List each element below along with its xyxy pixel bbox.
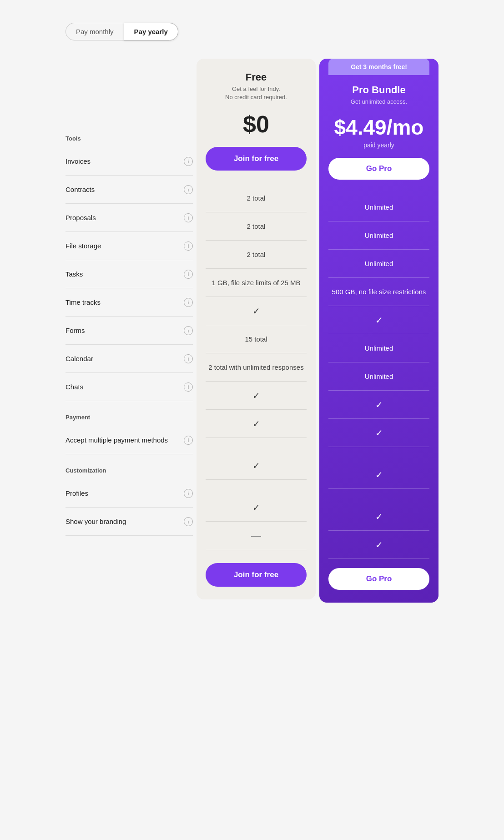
section-label-1: Payment [66,414,193,421]
checkmark-icon: ✓ [252,460,260,471]
free-section-spacer-1 [206,438,307,452]
info-icon-0-2[interactable]: i [184,213,193,222]
info-icon-1-0[interactable]: i [184,436,193,445]
pay-yearly-btn[interactable]: Pay yearly [124,23,178,40]
pay-monthly-btn[interactable]: Pay monthly [66,23,124,40]
pro-plan-subtitle: Get unlimited access. [328,98,429,106]
free-value-2-1: — [206,522,307,550]
info-icon-2-1[interactable]: i [184,517,193,526]
pro-go-btn-bottom[interactable]: Go Pro [328,568,429,590]
feature-name-0-4: Tasks [66,270,83,279]
free-value-0-7: ✓ [206,382,307,410]
pro-plan-title: Pro Bundle [328,84,429,96]
pro-value-0-8: ✓ [328,419,429,447]
free-value-0-5: 15 total [206,325,307,353]
pro-paid-yearly: paid yearly [328,141,429,149]
feature-name-0-2: Proposals [66,213,96,222]
free-section-spacer-0 [206,171,307,184]
pro-plan-column: Get 3 months free! Pro Bundle Get unlimi… [319,59,438,603]
feature-name-2-0: Profiles [66,489,88,498]
checkmark-icon: ✓ [252,390,260,401]
feature-row-0-4: Tasksi [66,260,193,288]
free-value-0-0: 2 total [206,184,307,212]
feature-row-0-6: Formsi [66,317,193,345]
feature-row-0-1: Contractsi [66,176,193,204]
pro-value-2-1: ✓ [328,531,429,559]
info-icon-0-4[interactable]: i [184,270,193,279]
dash-icon: — [251,530,261,542]
feature-row-1-0: Accept multiple payment methodsi [66,426,193,454]
pro-value-0-6: Unlimited [328,362,429,391]
feature-name-0-8: Chats [66,382,83,392]
pro-value-0-3: 500 GB, no file size restrictions [328,278,429,306]
feature-row-0-8: Chatsi [66,373,193,401]
info-icon-0-3[interactable]: i [184,241,193,251]
feature-row-0-5: Time tracksi [66,288,193,317]
feature-row-0-3: File storagei [66,232,193,260]
free-section-spacer-2 [206,480,307,493]
info-icon-0-6[interactable]: i [184,326,193,335]
feature-row-0-0: Invoicesi [66,147,193,176]
feature-name-1-0: Accept multiple payment methods [66,436,168,445]
feature-name-0-7: Calendar [66,354,93,363]
pro-banner: Get 3 months free! [328,59,429,75]
pro-value-0-2: Unlimited [328,250,429,278]
feature-name-0-3: File storage [66,241,101,251]
pro-value-0-7: ✓ [328,391,429,419]
feature-row-2-0: Profilesi [66,479,193,508]
info-icon-2-0[interactable]: i [184,489,193,498]
pro-section-spacer-1 [328,447,429,461]
info-icon-0-5[interactable]: i [184,298,193,307]
checkmark-icon: ✓ [252,306,260,317]
pro-section-spacer-2 [328,489,429,503]
checkmark-icon: ✓ [252,418,260,429]
free-plan-column: Free Get a feel for Indy.No credit card … [197,59,316,599]
section-label-2: Customization [66,467,193,474]
pro-section-spacer-0 [328,180,429,193]
feature-name-0-0: Invoices [66,157,91,166]
feature-name-2-1: Show your branding [66,517,126,526]
free-plan-subtitle: Get a feel for Indy.No credit card requi… [225,85,287,101]
free-value-1-0: ✓ [206,452,307,480]
checkmark-pro-icon: ✓ [375,511,383,522]
pro-value-0-4: ✓ [328,306,429,334]
free-value-0-2: 2 total [206,241,307,269]
checkmark-pro-icon: ✓ [375,315,383,326]
free-value-0-4: ✓ [206,297,307,325]
free-value-0-1: 2 total [206,212,307,241]
pro-go-btn-top[interactable]: Go Pro [328,158,429,180]
feature-row-0-2: Proposalsi [66,204,193,232]
free-value-0-3: 1 GB, file size limits of 25 MB [206,269,307,297]
feature-name-0-6: Forms [66,326,85,335]
pro-value-0-5: Unlimited [328,334,429,362]
free-value-0-6: 2 total with unlimited responses [206,353,307,382]
checkmark-pro-icon: ✓ [375,428,383,438]
pro-price: $4.49/mo [328,115,429,140]
pro-value-1-0: ✓ [328,461,429,489]
feature-row-0-7: Calendari [66,345,193,373]
checkmark-pro-icon: ✓ [375,469,383,480]
free-join-btn-top[interactable]: Join for free [206,147,307,171]
billing-toggle: Pay monthly Pay yearly [66,23,438,40]
section-label-0: Tools [66,135,193,142]
features-column: ToolsInvoicesiContractsiProposalsiFile s… [66,59,193,536]
free-price: $0 [243,111,269,138]
free-value-0-8: ✓ [206,410,307,438]
feature-name-0-5: Time tracks [66,298,101,307]
pro-value-0-1: Unlimited [328,221,429,250]
free-plan-title: Free [246,71,267,83]
checkmark-icon: ✓ [252,502,260,513]
info-icon-0-8[interactable]: i [184,382,193,392]
info-icon-0-7[interactable]: i [184,354,193,363]
info-icon-0-1[interactable]: i [184,185,193,194]
info-icon-0-0[interactable]: i [184,157,193,166]
free-join-btn-bottom[interactable]: Join for free [206,563,307,587]
pro-value-0-0: Unlimited [328,193,429,221]
checkmark-pro-icon: ✓ [375,539,383,550]
feature-row-2-1: Show your brandingi [66,508,193,536]
pricing-table: ToolsInvoicesiContractsiProposalsiFile s… [66,59,438,603]
pro-value-2-0: ✓ [328,503,429,531]
free-value-2-0: ✓ [206,493,307,522]
checkmark-pro-icon: ✓ [375,399,383,410]
feature-name-0-1: Contracts [66,185,95,194]
